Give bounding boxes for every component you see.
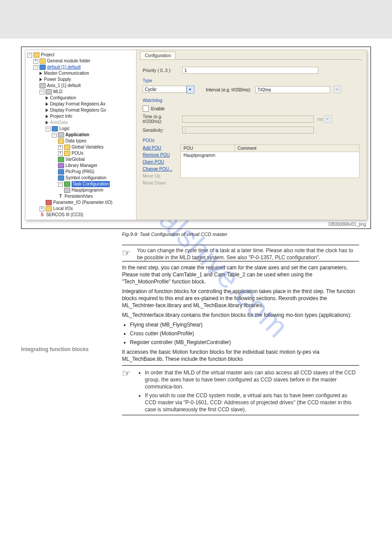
tree-item[interactable]: Data types	[65, 138, 86, 143]
note-hand-icon	[122, 367, 137, 415]
tree-item[interactable]: VarGlobal	[65, 157, 85, 162]
interval-label: Interval (e.g. t#200ms):	[206, 87, 251, 92]
expander-icon[interactable]: −	[46, 127, 50, 131]
note-list-item: If you wish to use the CCD system mode, …	[145, 392, 359, 413]
time-unit: ms	[317, 117, 323, 122]
time-label: Time (e.g. t#200ms):	[143, 114, 182, 124]
tree-item[interactable]: default [1] default	[47, 65, 81, 69]
expander-icon[interactable]: +	[58, 145, 63, 150]
dropdown-icon	[334, 86, 342, 94]
config-panel: Configuration Priority ( 0..3 ): Type In…	[137, 50, 367, 220]
app-icon	[58, 132, 64, 138]
tree-item[interactable]: Local I/Os	[53, 206, 73, 211]
tree-item[interactable]: Master Communication	[44, 71, 89, 76]
body-paragraph: In the next step, you can create the req…	[122, 264, 359, 285]
figure-caption: Fig.9-9: Task Configuration of virtual C…	[122, 232, 371, 237]
symbol-icon	[58, 175, 64, 181]
tree-item[interactable]: Display Format Registers Gx	[50, 108, 106, 112]
app-window: −Project +General module folder −default…	[25, 50, 367, 220]
sensitivity-input	[182, 127, 314, 134]
expander-icon[interactable]: −	[40, 90, 44, 94]
tree-item[interactable]: Hauptprogramm	[72, 188, 103, 192]
col-comment: Comment	[235, 145, 359, 152]
tree-item[interactable]: Axis_1 [1] default	[47, 83, 81, 88]
tree-item[interactable]: Application	[65, 132, 89, 137]
logic-icon	[52, 126, 58, 131]
figure-frame: −Project +General module folder −default…	[21, 47, 371, 229]
expander-icon[interactable]: +	[40, 207, 44, 211]
task-node-icon	[64, 188, 70, 193]
mld-icon	[46, 89, 52, 94]
open-pou-link[interactable]: Open POU	[143, 159, 180, 166]
tree-item-selected[interactable]: Task Configuration	[72, 181, 110, 187]
tree-item[interactable]: MLD	[53, 89, 62, 94]
time-input	[182, 116, 314, 123]
tree-item[interactable]: AxisData	[50, 120, 68, 125]
tree-item[interactable]: General module folder	[47, 58, 90, 63]
body-paragraph: ML_TechInterface.library contains the fu…	[122, 312, 359, 319]
list-item: Flying shear (MB_FlyingShear)	[130, 321, 359, 328]
var-icon	[58, 157, 64, 162]
tree-item[interactable]: Global Variables	[72, 145, 104, 149]
note-text: You can change the cycle time of a task …	[137, 247, 359, 261]
note-block: In order that the MLD of the virtual mas…	[122, 365, 359, 415]
prg-icon	[58, 169, 64, 174]
move-down: Move Down	[143, 180, 180, 187]
table-row[interactable]: Hauptprogramm	[181, 152, 359, 159]
tree-item[interactable]: SERCOS III (CCD)	[46, 212, 83, 217]
type-select[interactable]	[143, 86, 187, 93]
col-pou: POU	[181, 145, 235, 152]
change-pou-link[interactable]: Change POU...	[143, 166, 180, 173]
tab-configuration[interactable]: Configuration	[140, 51, 176, 59]
dropdown-icon	[324, 115, 332, 123]
arrow-icon	[46, 121, 48, 124]
watchdog-section-label: Watchdog	[143, 98, 360, 103]
tree-item[interactable]: PersistentVars	[65, 194, 93, 199]
tree-item[interactable]: Power Supply	[44, 77, 71, 82]
expander-icon[interactable]: −	[52, 133, 57, 138]
tree-item[interactable]: Configuration	[50, 95, 76, 100]
folder-icon	[46, 206, 52, 211]
expander-icon[interactable]: −	[33, 65, 38, 70]
type-section-label: Type	[143, 78, 360, 83]
tree-item[interactable]: Library Manager	[65, 163, 97, 168]
tree-item[interactable]: Parameter_IO (Parameter I/O)	[53, 200, 112, 205]
bullet-list: Flying shear (MB_FlyingShear) Cross cutt…	[122, 321, 359, 346]
expander-icon[interactable]: +	[58, 151, 63, 156]
priority-label: Priority ( 0..3 ):	[143, 68, 182, 73]
note-list-item: In order that the MLD of the virtual mas…	[145, 369, 359, 390]
folder-icon	[58, 138, 64, 144]
list-item: Cross cutter (MotionProfile)	[130, 330, 359, 337]
sercos-icon: S	[40, 212, 45, 218]
arrow-icon	[46, 115, 48, 118]
interval-input[interactable]	[255, 86, 330, 93]
persistent-icon: T	[58, 193, 63, 200]
tree-item[interactable]: Logic	[59, 126, 70, 131]
tree-item[interactable]: Display Format Registers Ax	[50, 102, 105, 106]
pou-table: POU Comment Hauptprogramm	[180, 145, 360, 187]
tree-item[interactable]: PlcProg (PRG)	[65, 169, 94, 174]
expander-icon[interactable]: −	[58, 182, 63, 187]
folder-icon	[64, 145, 70, 150]
tree-item[interactable]: Project Info	[50, 114, 72, 119]
body-paragraph: Integration of function blocks for contr…	[122, 288, 359, 309]
add-pou-link[interactable]: Add POU	[143, 145, 180, 152]
folder-icon	[40, 58, 46, 64]
move-up: Move Up	[143, 173, 180, 180]
project-tree[interactable]: −Project +General module folder −default…	[25, 50, 137, 220]
axis-icon	[40, 83, 46, 88]
arrow-icon	[40, 72, 42, 75]
tree-item[interactable]: Symbol configuration	[65, 175, 106, 180]
remove-pou-link[interactable]: Remove POU	[143, 152, 180, 159]
pous-section-label: POUs	[143, 138, 360, 143]
tree-item[interactable]: POUs	[72, 151, 83, 156]
expander-icon[interactable]: −	[27, 53, 32, 58]
enable-label: Enable	[151, 106, 165, 111]
enable-checkbox[interactable]	[143, 105, 149, 112]
priority-input[interactable]	[182, 67, 318, 74]
folder-icon	[33, 52, 40, 58]
library-icon	[58, 163, 64, 168]
expander-icon[interactable]: +	[33, 59, 38, 64]
dropdown-icon[interactable]	[187, 86, 194, 94]
folder-icon	[64, 151, 70, 156]
